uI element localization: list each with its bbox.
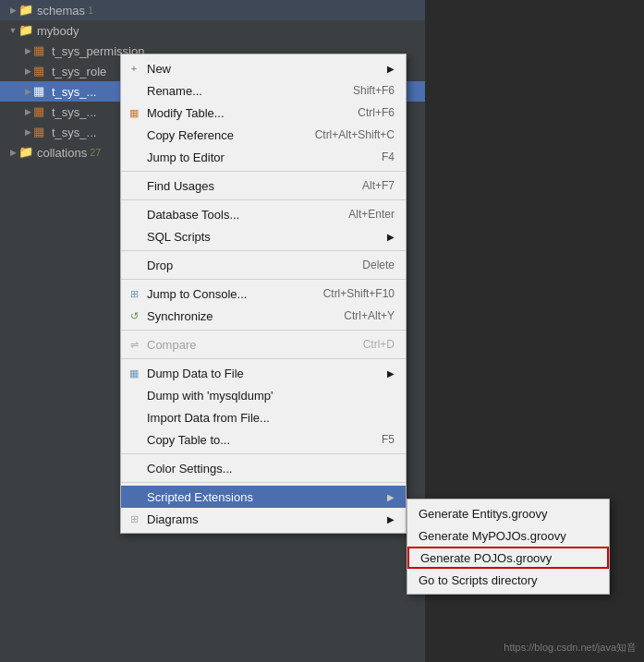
submenu-item-label: Generate Entitys.groovy [419,507,547,521]
shortcut-label: Ctrl+Alt+Shift+C [297,128,395,141]
submenu-arrow-icon: ▶ [387,368,395,379]
menu-item-scripted-extensions[interactable]: Scripted Extensions ▶ [121,486,406,508]
table-icon: ▦ [33,125,48,139]
modify-table-icon: ▦ [127,105,141,120]
menu-item-color-settings[interactable]: Color Settings... [121,457,406,479]
menu-item-label: Diagrams [147,512,199,526]
menu-item-label: Drop [147,259,173,272]
menu-item-sql-scripts[interactable]: SQL Scripts ▶ [121,225,406,247]
menu-item-copy-reference[interactable]: Copy Reference Ctrl+Alt+Shift+C [121,124,406,146]
menu-item-label: Copy Reference [147,128,234,142]
menu-item-label: Scripted Extensions [147,490,253,504]
separator [121,330,406,331]
menu-item-label: Compare [147,338,196,352]
menu-item-label: Dump Data to File [147,367,244,380]
separator [121,358,406,359]
menu-item-label: Jump to Console... [147,287,247,301]
separator [121,279,406,280]
tree-item-badge: 27 [90,147,101,158]
sync-icon: ↺ [127,308,141,323]
submenu-arrow-icon: ▶ [387,514,395,524]
arrow-icon: ▶ [22,66,33,76]
tree-item-label: schemas [37,4,85,18]
shortcut-label: F4 [363,150,395,163]
menu-item-diagrams[interactable]: ⊞ Diagrams ▶ [121,508,406,530]
submenu-item-generate-entitys[interactable]: Generate Entitys.groovy [407,502,609,524]
submenu-item-label: Generate MyPOJOs.groovy [419,529,566,543]
menu-item-label: Color Settings... [147,462,233,475]
separator [121,250,406,251]
context-menu: + New ▶ Rename... Shift+F6 ▦ Modify Tabl… [120,54,407,534]
separator [121,482,406,483]
arrow-icon: ▶ [22,107,33,116]
submenu-scripted-extensions: Generate Entitys.groovy Generate MyPOJOs… [407,499,610,595]
menu-item-label: Import Data from File... [147,411,270,425]
menu-item-dump-mysqldump[interactable]: Dump with 'mysqldump' [121,384,406,406]
menu-item-label: Jump to Editor [147,150,225,164]
dump-icon: ▦ [127,366,141,380]
table-icon: ▦ [33,43,48,58]
folder-icon: 📁 [18,145,33,160]
tree-item-label: t_sys_role [52,65,106,78]
shortcut-label: Shift+F6 [334,84,395,97]
shortcut-label: Ctrl+Shift+F10 [305,287,395,300]
menu-item-compare[interactable]: ⇌ Compare Ctrl+D [121,333,406,355]
watermark-text: https://blog.csdn.net/java知音 [504,642,637,653]
menu-item-find-usages[interactable]: Find Usages Alt+F7 [121,175,406,197]
menu-item-label: Modify Table... [147,106,225,120]
tree-item-schemas[interactable]: ▶ 📁 schemas 1 [0,0,425,20]
submenu-arrow-icon: ▶ [387,492,395,502]
shortcut-label: Alt+F7 [344,179,395,192]
submenu-arrow-icon: ▶ [387,232,395,242]
menu-item-dump-data[interactable]: ▦ Dump Data to File ▶ [121,362,406,384]
shortcut-label: Delete [344,259,395,271]
menu-item-label: Rename... [147,84,202,98]
shortcut-label: Alt+Enter [330,208,395,221]
separator [121,171,406,172]
menu-item-label: Database Tools... [147,208,239,222]
arrow-icon: ▶ [7,148,18,157]
console-icon: ⊞ [127,286,141,301]
folder-icon: 📁 [18,3,33,18]
new-icon: + [127,61,141,76]
menu-item-label: Find Usages [147,179,214,193]
shortcut-label: F5 [363,433,395,446]
diagrams-icon: ⊞ [127,512,141,526]
menu-item-database-tools[interactable]: Database Tools... Alt+Enter [121,203,406,225]
table-icon: ▦ [33,84,48,99]
submenu-item-generate-mypojos[interactable]: Generate MyPOJOs.groovy [407,524,609,547]
tree-item-label: t_sys_... [52,105,96,119]
menu-item-jump-to-editor[interactable]: Jump to Editor F4 [121,146,406,168]
shortcut-label: Ctrl+D [345,338,395,351]
menu-item-label: SQL Scripts [147,230,211,244]
menu-item-label: New [147,62,171,76]
shortcut-label: Ctrl+Alt+Y [325,309,395,322]
submenu-arrow-icon: ▶ [387,64,395,74]
compare-icon: ⇌ [127,337,141,352]
folder-icon: 📁 [18,23,33,38]
separator [121,199,406,200]
menu-item-label: Dump with 'mysqldump' [147,389,273,403]
watermark: https://blog.csdn.net/java知音 [504,641,637,655]
menu-item-new[interactable]: + New ▶ [121,57,406,79]
menu-item-modify-table[interactable]: ▦ Modify Table... Ctrl+F6 [121,102,406,124]
submenu-item-go-to-scripts[interactable]: Go to Scripts directory [407,569,609,591]
menu-item-jump-to-console[interactable]: ⊞ Jump to Console... Ctrl+Shift+F10 [121,283,406,305]
menu-item-copy-table[interactable]: Copy Table to... F5 [121,428,406,451]
arrow-icon: ▼ [7,26,18,35]
menu-item-import-data[interactable]: Import Data from File... [121,406,406,428]
tree-item-mybody[interactable]: ▼ 📁 mybody [0,20,425,41]
arrow-icon: ▶ [7,6,18,15]
tree-item-label: t_sys_... [52,126,96,139]
tree-item-label: t_sys_... [52,85,96,99]
arrow-icon: ▶ [22,87,33,96]
menu-item-synchronize[interactable]: ↺ Synchronize Ctrl+Alt+Y [121,305,406,327]
table-icon: ▦ [33,64,48,78]
menu-item-rename[interactable]: Rename... Shift+F6 [121,79,406,102]
tree-item-label: collations [37,146,87,160]
menu-item-drop[interactable]: Drop Delete [121,254,406,276]
arrow-icon: ▶ [22,127,33,137]
submenu-item-generate-pojos[interactable]: Generate POJOs.groovy [407,547,609,569]
menu-item-label: Synchronize [147,309,213,323]
shortcut-label: Ctrl+F6 [339,106,395,119]
